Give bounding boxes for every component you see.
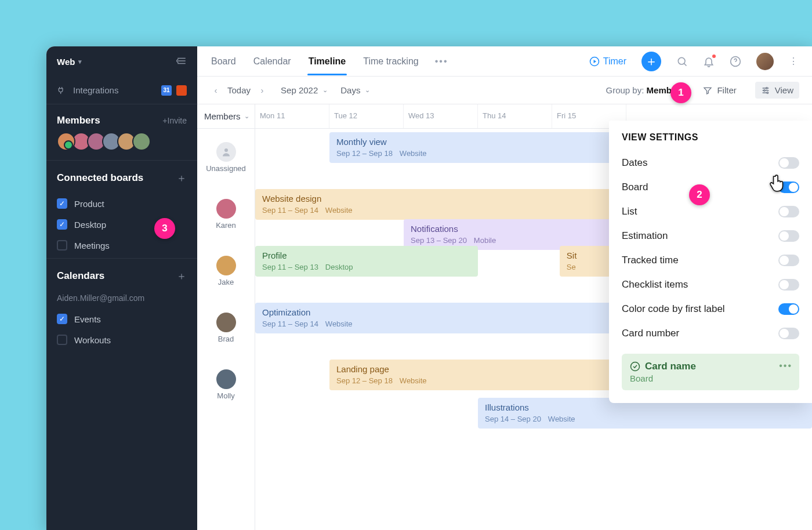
header-more-icon[interactable]: ⋮ [789,56,799,67]
today-button[interactable]: Today [227,85,251,95]
view-setting-row: List [622,199,799,224]
board-label: Product [74,199,104,209]
task-dates: Sep 11 – Sep 13 [262,263,318,272]
view-settings-title: VIEW SETTINGS [622,132,799,143]
toggle[interactable] [778,206,799,217]
day-column-header: Wed 13 [404,104,478,128]
period-select[interactable]: Sep 2022 ⌄ [281,85,328,95]
view-setting-label: Estimation [622,230,668,242]
view-setting-label: Color code by first label [622,303,725,315]
task-title: Profile [262,251,471,262]
task-dates: Sep 11 – Sep 14 [262,206,318,215]
board-label: Desktop [74,220,106,230]
task-bar[interactable]: Profile Sep 11 – Sep 13Desktop [255,246,478,277]
view-setting-label: Board [622,181,648,193]
view-setting-label: List [622,206,637,217]
member-cell[interactable]: Karen [197,186,255,242]
view-setting-row: Tracked time [622,248,799,273]
more-tabs-icon[interactable]: ••• [435,56,448,67]
collapse-sidebar-icon[interactable] [176,57,187,67]
svg-point-1 [678,57,685,64]
member-name: Unassigned [206,164,246,173]
bell-icon[interactable] [703,56,715,67]
tab-board[interactable]: Board [210,48,237,75]
check-circle-icon [630,361,640,372]
day-column-header: Thu 14 [478,104,552,128]
office365-icon[interactable] [176,85,187,96]
svg-point-6 [224,148,228,152]
board-item[interactable]: Product [50,193,194,214]
member-cell[interactable]: Molly [197,356,255,413]
view-setting-row: Color code by first label [622,297,799,321]
member-cell[interactable]: Unassigned [197,129,255,186]
toggle[interactable] [778,303,799,315]
tab-calendar[interactable]: Calendar [252,48,292,75]
google-calendar-icon[interactable]: 31 [161,85,172,96]
task-dates: Sep 12 – Sep 18 [336,376,393,386]
member-cell[interactable]: Jake [197,242,255,299]
toggle[interactable] [778,157,799,169]
member-cell[interactable]: Brad [197,299,255,356]
day-column-header: Mon 11 [255,104,329,128]
member-avatar [216,256,236,275]
sliders-icon [761,86,770,95]
checkbox[interactable] [57,314,67,324]
filter-button[interactable]: Filter [697,82,742,99]
calendar-account-email: Aiden.Miller@gmail.com [46,289,197,306]
invite-button[interactable]: +Invite [162,116,187,125]
callout-2: 2 [689,184,710,205]
sidebar-integrations-link[interactable]: Integrations [57,85,118,95]
timeline-toolbar: ‹ Today › Sep 2022 ⌄ Days ⌄ Group by: Me… [197,77,812,104]
toggle[interactable] [778,255,799,266]
checkbox[interactable] [57,335,67,345]
workspace-name: Web [57,57,75,67]
add-button[interactable]: ＋ [641,52,661,71]
svg-point-4 [763,89,765,91]
user-avatar[interactable] [756,53,774,70]
next-period-button[interactable]: › [256,85,268,95]
toggle[interactable] [778,279,799,291]
view-setting-row: Card number [622,321,799,346]
view-setting-row: Checklist items [622,273,799,297]
search-icon[interactable] [676,56,688,67]
calendars-heading: Calendars [57,270,104,282]
board-item[interactable]: Meetings [50,235,194,256]
cursor-icon [768,174,788,196]
view-setting-row: Estimation [622,224,799,248]
calendar-item[interactable]: Workouts [50,329,194,350]
member-name: Karen [216,221,236,230]
task-dates: Sep 11 – Sep 14 [262,320,318,329]
add-calendar-button[interactable]: ＋ [176,269,187,283]
filter-icon [703,86,712,95]
member-name: Jake [218,278,234,286]
prev-period-button[interactable]: ‹ [210,85,222,95]
board-label: Meetings [74,241,110,251]
callout-1: 1 [670,82,691,103]
task-dates: Se [567,263,576,272]
calendar-item[interactable]: Events [50,308,194,329]
timer-button[interactable]: Timer [589,56,626,67]
scale-select[interactable]: Days ⌄ [340,85,370,95]
task-board: Website [400,149,427,158]
card-more-icon[interactable]: ••• [779,361,792,371]
checkbox[interactable] [57,240,67,251]
member-name: Brad [218,335,234,343]
toggle[interactable] [778,230,799,242]
tab-time-tracking[interactable]: Time tracking [362,48,419,75]
members-column-header[interactable]: Members ⌄ [197,104,255,129]
help-icon[interactable] [730,56,741,67]
view-settings-panel: VIEW SETTINGS Dates Board List Estimatio… [609,121,812,403]
tab-timeline[interactable]: Timeline [307,48,347,75]
add-board-button[interactable]: ＋ [176,171,187,185]
toggle[interactable] [778,328,799,339]
play-circle-icon [589,56,600,67]
view-button[interactable]: View [755,82,799,99]
checkbox[interactable] [57,219,67,230]
workspace-switcher[interactable]: Web ▾ [57,57,82,67]
connected-boards-heading: Connected boards [57,172,143,184]
checkbox[interactable] [57,198,67,209]
view-setting-row: Dates [622,151,799,175]
member-avatars[interactable] [46,132,197,160]
task-board: Desktop [325,263,353,272]
callout-3: 3 [154,218,175,239]
